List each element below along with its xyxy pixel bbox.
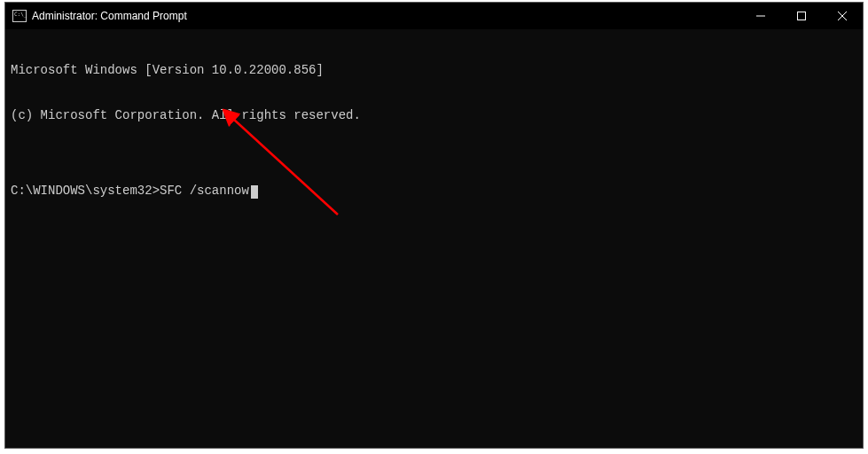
terminal-body[interactable]: Microsoft Windows [Version 10.0.22000.85… [5, 29, 863, 448]
maximize-button[interactable] [781, 3, 822, 29]
cursor [251, 185, 258, 199]
prompt-line: C:\WINDOWS\system32>SFC /scannow [11, 184, 857, 199]
arrow-annotation-icon [223, 108, 356, 223]
prompt-path: C:\WINDOWS\system32> [11, 184, 160, 199]
command-prompt-window: Administrator: Command Prompt Microsoft … [4, 2, 864, 449]
window-controls [740, 3, 863, 29]
svg-line-5 [233, 119, 338, 215]
titlebar[interactable]: Administrator: Command Prompt [5, 3, 863, 29]
typed-command: SFC /scannow [160, 184, 249, 199]
svg-rect-1 [798, 12, 806, 20]
window-title: Administrator: Command Prompt [32, 10, 187, 22]
output-line: (c) Microsoft Corporation. All rights re… [11, 108, 857, 123]
close-button[interactable] [822, 3, 863, 29]
minimize-button[interactable] [740, 3, 781, 29]
output-line: Microsoft Windows [Version 10.0.22000.85… [11, 63, 857, 78]
cmd-icon [12, 10, 27, 22]
